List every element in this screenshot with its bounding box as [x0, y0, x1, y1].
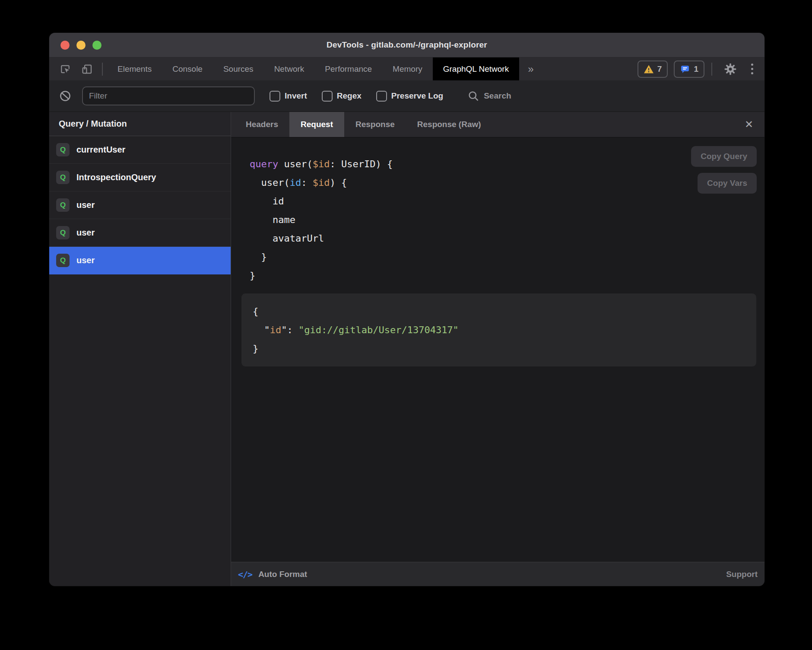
tab-sources[interactable]: Sources [213, 57, 264, 80]
request-list-header: Query / Mutation [49, 112, 231, 136]
query-type-badge: Q [56, 171, 70, 184]
search-button[interactable]: Search [467, 90, 511, 102]
query-type-badge: Q [56, 226, 70, 239]
kebab-menu-icon [751, 64, 753, 66]
filter-checkboxes: Invert Regex Preserve Log [255, 91, 443, 102]
filter-toolbar: Invert Regex Preserve Log Search [49, 80, 764, 112]
sidebar-item-user-1[interactable]: Q user [49, 191, 231, 219]
copy-vars-button[interactable]: Copy Vars [698, 173, 757, 194]
request-list: Q currentUser Q IntrospectionQuery Q use… [49, 136, 231, 274]
checkbox-regex[interactable]: Regex [322, 91, 362, 102]
checkbox-preserve-log[interactable]: Preserve Log [376, 91, 443, 102]
desktop: { "window": { "title": "DevTools - gitla… [0, 0, 812, 650]
tab-graphql-network[interactable]: GraphQL Network [433, 57, 519, 80]
message-icon [680, 64, 690, 74]
variables-box: { "id": "gid://gitlab/User/13704317"} [241, 293, 756, 366]
messages-count: 1 [694, 64, 698, 74]
clear-button[interactable] [54, 89, 76, 102]
tabbar-right-group: 7 1 [638, 57, 764, 80]
auto-format-button[interactable]: </> Auto Format [238, 569, 307, 580]
code-line: user(id: $id) { [250, 173, 764, 192]
titlebar: DevTools - gitlab.com/-/graphql-explorer [49, 33, 764, 57]
query-type-badge: Q [56, 198, 70, 212]
tabbar-separator [102, 63, 103, 76]
sidebar-item-currentuser[interactable]: Q currentUser [49, 136, 231, 164]
tab-network[interactable]: Network [264, 57, 315, 80]
request-list-panel: Query / Mutation Q currentUser Q Introsp… [49, 112, 231, 586]
warnings-badge[interactable]: 7 [638, 61, 668, 78]
zoom-window-button[interactable] [92, 41, 102, 50]
tab-performance[interactable]: Performance [314, 57, 382, 80]
customize-devtools-button[interactable] [748, 64, 757, 74]
checkbox-invert[interactable]: Invert [270, 91, 307, 102]
code-line: avatarUrl [250, 229, 764, 248]
code-brackets-icon: </> [238, 569, 252, 580]
chevron-double-right-icon: » [528, 63, 533, 75]
filter-input[interactable] [82, 86, 255, 105]
device-toolbar-icon [80, 63, 93, 76]
query-type-badge: Q [56, 143, 70, 156]
warning-icon [644, 64, 654, 74]
devtools-tabbar: Elements Console Sources Network Perform… [49, 57, 764, 80]
inspect-cursor-icon [59, 63, 72, 76]
tab-response-raw[interactable]: Response (Raw) [406, 112, 492, 137]
gear-icon [723, 62, 737, 76]
tab-memory[interactable]: Memory [382, 57, 433, 80]
tab-elements[interactable]: Elements [107, 57, 162, 80]
close-icon: ✕ [745, 118, 753, 131]
graphql-query-code: query user($id: UserID) { user(id: $id) … [250, 155, 764, 285]
inspect-element-button[interactable] [54, 57, 76, 80]
checkbox-box[interactable] [376, 91, 387, 102]
sidebar-item-user-3[interactable]: Q user [49, 247, 231, 274]
main-area: Query / Mutation Q currentUser Q Introsp… [49, 112, 764, 586]
request-detail-panel: Headers Request Response Response (Raw) … [231, 112, 764, 586]
devtools-window: DevTools - gitlab.com/-/graphql-explorer [49, 33, 764, 586]
close-window-button[interactable] [60, 41, 70, 50]
code-line: } [253, 339, 745, 358]
tab-headers[interactable]: Headers [235, 112, 289, 137]
traffic-lights [60, 33, 102, 57]
code-line: id [250, 192, 764, 210]
code-line: { [253, 302, 745, 321]
copy-buttons: Copy Query Copy Vars [691, 146, 757, 194]
tab-response[interactable]: Response [344, 112, 406, 137]
detail-tabbar: Headers Request Response Response (Raw) … [231, 112, 764, 137]
block-icon [59, 89, 72, 102]
support-link[interactable]: Support [726, 570, 758, 579]
tab-request[interactable]: Request [289, 112, 344, 137]
code-line: "id": "gid://gitlab/User/13704317" [253, 321, 745, 339]
detail-footer: </> Auto Format Support [231, 562, 764, 586]
badge-separator [711, 63, 712, 76]
messages-badge[interactable]: 1 [674, 61, 704, 78]
sidebar-item-introspectionquery[interactable]: Q IntrospectionQuery [49, 164, 231, 191]
copy-query-button[interactable]: Copy Query [691, 146, 757, 167]
more-tabs-button[interactable]: » [519, 57, 542, 80]
code-line: query user($id: UserID) { [250, 155, 764, 173]
query-type-badge: Q [56, 254, 70, 267]
request-content: query user($id: UserID) { user(id: $id) … [231, 137, 764, 562]
window-title: DevTools - gitlab.com/-/graphql-explorer [327, 40, 487, 50]
checkbox-box[interactable] [322, 91, 333, 102]
code-line: } [250, 266, 764, 285]
main-tabs: Elements Console Sources Network Perform… [107, 57, 519, 80]
close-detail-button[interactable]: ✕ [733, 112, 764, 137]
search-icon [467, 90, 479, 102]
minimize-window-button[interactable] [76, 41, 86, 50]
warnings-count: 7 [657, 64, 662, 74]
tab-console[interactable]: Console [162, 57, 213, 80]
code-line: name [250, 210, 764, 229]
settings-button[interactable] [719, 62, 742, 76]
toggle-device-toolbar-button[interactable] [76, 57, 98, 80]
sidebar-item-user-2[interactable]: Q user [49, 219, 231, 247]
detail-tabs: Headers Request Response Response (Raw) [235, 112, 492, 137]
checkbox-box[interactable] [270, 91, 280, 102]
code-line: } [250, 248, 764, 266]
